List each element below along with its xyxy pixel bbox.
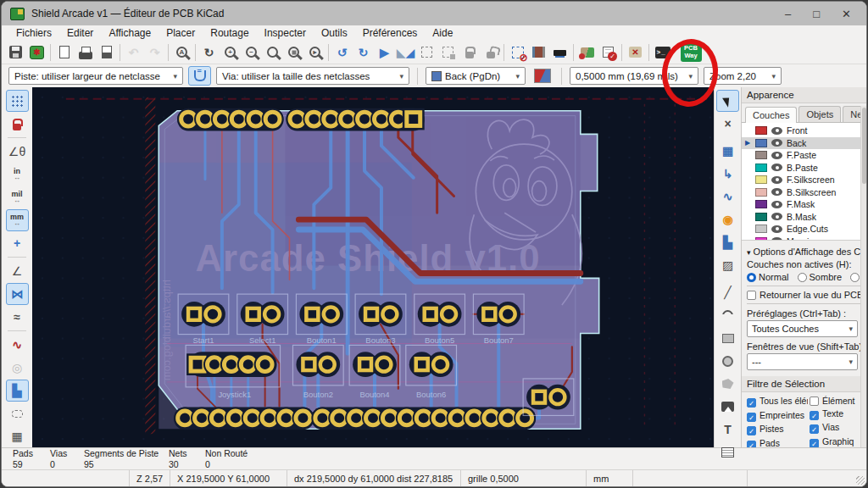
zoom-objects-button[interactable]: [283, 42, 304, 63]
layer-color-swatch[interactable]: [755, 151, 767, 159]
footprint-outline-mode-button[interactable]: ▦: [6, 425, 29, 447]
zone-display-mode-button[interactable]: ▙: [6, 380, 29, 402]
radio-normal[interactable]: Normal: [747, 272, 788, 282]
track-width-select[interactable]: Piste: utiliser largeur de netclasse ▾: [8, 67, 183, 85]
lock-button[interactable]: [459, 42, 480, 63]
full-cursor-button[interactable]: +: [6, 232, 29, 254]
zoom-selection-button[interactable]: ▸: [304, 42, 326, 63]
layer-color-swatch[interactable]: [755, 225, 767, 233]
menu-outils[interactable]: Outils: [314, 26, 355, 40]
zoom-select[interactable]: Zoom 2,20 ▾: [704, 67, 782, 85]
group-button[interactable]: [416, 42, 437, 63]
scripting-console-button[interactable]: >_: [652, 42, 673, 63]
plot-button[interactable]: [96, 42, 117, 63]
ungroup-button[interactable]: [437, 42, 459, 63]
filter-texte[interactable]: ✓Texte: [810, 408, 855, 420]
drc-button[interactable]: ✓: [598, 42, 619, 63]
board-setup-button[interactable]: ✱: [26, 42, 47, 63]
layer-row-fpaste[interactable]: F.Paste: [742, 149, 866, 162]
unlock-button[interactable]: [480, 42, 501, 63]
via-outline-mode-button[interactable]: ◎: [6, 357, 29, 379]
tune-length-button[interactable]: ∿: [716, 186, 739, 208]
menu-inspecter[interactable]: Inspecter: [257, 26, 314, 40]
resize-grip[interactable]: [856, 476, 865, 485]
layer-color-swatch[interactable]: [755, 200, 767, 208]
visibility-eye-icon[interactable]: [771, 176, 782, 184]
zoom-out-button[interactable]: −: [241, 42, 262, 63]
track-posture-button[interactable]: [188, 66, 211, 86]
route-tracks-button[interactable]: ↳: [716, 163, 739, 185]
viewports-select[interactable]: ---▾: [747, 353, 858, 370]
close-button[interactable]: ✕: [842, 8, 851, 20]
layer-color-swatch[interactable]: [755, 164, 767, 172]
visibility-eye-icon[interactable]: [771, 188, 782, 196]
lock-toggle-button[interactable]: [6, 113, 29, 135]
visibility-eye-icon[interactable]: [771, 139, 782, 147]
presets-select[interactable]: Toutes Couches▾: [747, 320, 858, 337]
redo-button[interactable]: ↷: [144, 42, 165, 63]
visibility-eye-icon[interactable]: [771, 237, 782, 240]
layer-row-front[interactable]: Front: [742, 125, 866, 137]
mirror-button[interactable]: ◣◢: [395, 42, 416, 63]
polar-coords-button[interactable]: ∠θ: [6, 141, 29, 163]
find-button[interactable]: A: [171, 42, 192, 63]
menu-placer[interactable]: Placer: [159, 26, 203, 40]
via-size-select[interactable]: Via: utiliser la taille des netclasses ▾: [216, 67, 409, 85]
curved-ratsnest-button[interactable]: ≈: [6, 306, 29, 328]
pcb-canvas[interactable]: Arcade Shield v1.0 https://arduiblog.com: [32, 87, 714, 447]
place-text-button[interactable]: T: [716, 419, 739, 441]
layer-color-swatch[interactable]: [755, 237, 767, 240]
panel-scrollbar[interactable]: [860, 106, 866, 447]
update-pcb-button[interactable]: [507, 42, 528, 63]
layer-color-swatch[interactable]: [755, 139, 767, 147]
local-ratsnest-button[interactable]: ×: [716, 113, 739, 135]
visibility-eye-icon[interactable]: [771, 201, 782, 208]
filter-elements-verrouilles[interactable]: Élément: [810, 396, 855, 406]
cleanup-tracks-button[interactable]: ✕: [625, 42, 646, 63]
rotate-ccw-button[interactable]: ↺: [331, 42, 353, 63]
units-mils-button[interactable]: mil↔: [6, 186, 29, 208]
draw-line-button[interactable]: ╱: [716, 281, 739, 303]
flip-board-checkbox[interactable]: Retourner la vue du PCB: [747, 290, 861, 300]
high-contrast-button[interactable]: [531, 66, 554, 86]
tab-couches[interactable]: Couches: [745, 107, 797, 123]
zoom-fit-button[interactable]: [262, 42, 283, 63]
draw-arc-button[interactable]: [716, 304, 739, 326]
track-outline-mode-button[interactable]: ∿: [6, 334, 29, 356]
layer-color-swatch[interactable]: [755, 175, 767, 184]
filter-vias[interactable]: ✓Vias: [810, 422, 855, 434]
layer-row-margin[interactable]: Margin: [742, 236, 866, 241]
layer-row-back[interactable]: ▶Back: [742, 137, 866, 150]
place-footprint-button[interactable]: ▦: [716, 140, 739, 162]
options-header[interactable]: ▾ Options d'Affichage des Cou: [747, 247, 861, 257]
layer-row-fsilkscreen[interactable]: F.Silkscreen: [742, 174, 866, 186]
radio-sombre[interactable]: Sombre: [798, 272, 843, 282]
visibility-eye-icon[interactable]: [771, 127, 782, 135]
visibility-eye-icon[interactable]: [771, 164, 782, 171]
sync-schematic-button[interactable]: [576, 42, 598, 63]
grid-toggle-button[interactable]: [6, 90, 29, 112]
layer-row-bmask[interactable]: B.Mask: [742, 211, 866, 224]
ratsnest-toggle-button[interactable]: ⋈: [6, 283, 29, 305]
layer-row-edgecuts[interactable]: Edge.Cuts: [742, 223, 866, 236]
draw-polygon-button[interactable]: [716, 373, 739, 395]
page-settings-button[interactable]: [53, 42, 75, 63]
visibility-eye-icon[interactable]: [771, 225, 782, 233]
units-inches-button[interactable]: in↔: [6, 164, 29, 186]
menu-aide[interactable]: Aide: [425, 26, 460, 40]
filter-graphiques[interactable]: ✓Graphiq: [810, 436, 855, 448]
draw-circle-button[interactable]: [716, 350, 739, 372]
draw-rectangle-button[interactable]: [716, 327, 739, 349]
filter-pads[interactable]: ✓Pads: [747, 438, 808, 448]
layer-color-swatch[interactable]: [755, 213, 767, 221]
footprint-library-button[interactable]: [528, 42, 549, 63]
free-angle-button[interactable]: ∠: [6, 260, 29, 282]
menu-preferences[interactable]: Préférences: [355, 26, 426, 40]
tab-objets[interactable]: Objets: [798, 106, 841, 122]
grid-select[interactable]: 0,5000 mm (19,69 mils) ▾: [570, 67, 698, 85]
units-mm-button[interactable]: mm↔: [6, 209, 29, 231]
menu-fichiers[interactable]: Fichiers: [8, 26, 59, 40]
insert-footprint-button[interactable]: [549, 42, 570, 63]
draw-zone-button[interactable]: ▙: [716, 231, 739, 253]
layer-row-bpaste[interactable]: B.Paste: [742, 162, 866, 175]
